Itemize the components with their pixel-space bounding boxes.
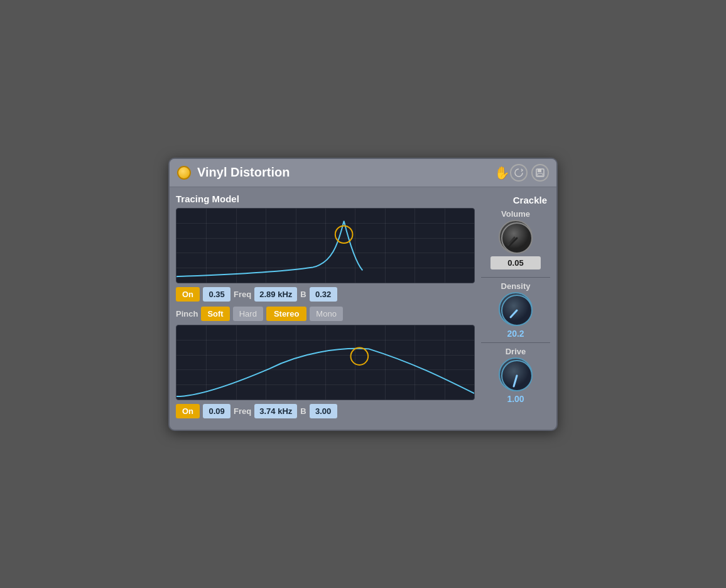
plugin-title: Vinyl Distortion [197, 165, 489, 180]
drive-knob-container: Drive 1.00 [481, 347, 550, 404]
lower-value1[interactable]: 0.09 [203, 404, 230, 418]
separator-2 [481, 342, 550, 343]
plugin-body: Tracing Model [170, 187, 556, 430]
density-knob[interactable] [499, 292, 533, 326]
lower-controls: On 0.09 Freq 3.74 kHz B 3.00 [176, 404, 475, 418]
mono-button[interactable]: Mono [310, 307, 343, 321]
upper-on-button[interactable]: On [176, 287, 200, 302]
tracing-model-label: Tracing Model [176, 193, 475, 204]
pinch-row: Pinch Soft Hard Stereo Mono [176, 307, 475, 321]
save-button[interactable] [531, 164, 549, 182]
density-knob-container: Density 20.2 [481, 281, 550, 339]
volume-knob[interactable] [499, 220, 533, 254]
upper-graph[interactable] [176, 208, 475, 283]
hard-button[interactable]: Hard [233, 307, 263, 321]
crackle-title: Crackle [513, 195, 547, 205]
plugin-window: Vinyl Distortion ✋ Tracing Model [168, 158, 558, 431]
b-label-2: B [300, 406, 306, 416]
svg-point-3 [335, 226, 353, 243]
volume-knob-container: Volume 0.05 [481, 209, 550, 273]
side-section: Crackle Volume [481, 193, 550, 423]
drive-label: Drive [506, 347, 526, 356]
main-section: Tracing Model [176, 193, 475, 423]
drive-value[interactable]: 1.00 [507, 394, 524, 404]
volume-label: Volume [501, 209, 530, 219]
lower-on-button[interactable]: On [176, 404, 200, 418]
svg-rect-1 [538, 169, 541, 172]
lower-graph[interactable] [176, 325, 475, 400]
b-label-1: B [300, 290, 306, 299]
upper-value1[interactable]: 0.35 [203, 287, 230, 302]
lower-b-value[interactable]: 3.00 [310, 404, 337, 418]
recall-button[interactable] [510, 164, 528, 182]
freq-label-2: Freq [234, 406, 251, 416]
upper-b-value[interactable]: 0.32 [310, 287, 337, 302]
lower-freq-value[interactable]: 3.74 kHz [254, 404, 297, 418]
title-bar: Vinyl Distortion ✋ [170, 159, 556, 187]
density-label: Density [501, 281, 531, 291]
soft-button[interactable]: Soft [201, 307, 229, 321]
drive-knob[interactable] [499, 357, 533, 391]
hand-icon: ✋ [494, 165, 510, 180]
volume-value[interactable]: 0.05 [490, 256, 541, 270]
svg-rect-2 [538, 173, 543, 176]
upper-freq-value[interactable]: 2.89 kHz [254, 287, 297, 302]
title-buttons [510, 164, 549, 182]
upper-controls: On 0.35 Freq 2.89 kHz B 0.32 [176, 287, 475, 302]
separator-1 [481, 277, 550, 278]
freq-label-1: Freq [234, 290, 251, 299]
svg-point-4 [350, 347, 368, 365]
stereo-button[interactable]: Stereo [266, 307, 306, 321]
pinch-label: Pinch [176, 309, 198, 318]
density-value[interactable]: 20.2 [507, 329, 524, 339]
power-led[interactable] [177, 166, 191, 180]
